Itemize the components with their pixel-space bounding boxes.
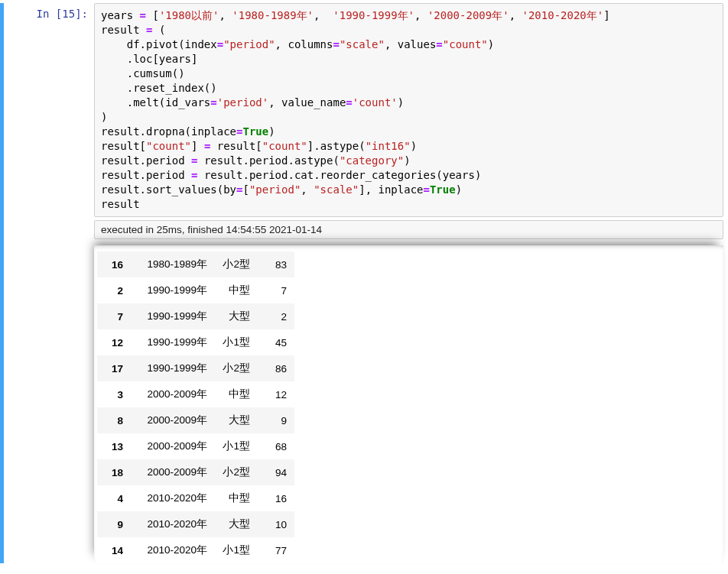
code-token: .melt(id_vars bbox=[101, 96, 210, 109]
code-token: , bbox=[509, 9, 522, 21]
code-token: result.period bbox=[101, 169, 191, 181]
code-token: , bbox=[301, 183, 314, 196]
cell-period: 1980-1989年 bbox=[131, 251, 215, 277]
code-token: df.pivot(index bbox=[101, 38, 217, 50]
cell-scale: 中型 bbox=[215, 485, 258, 511]
code-token: result[ bbox=[210, 140, 262, 152]
cell-period: 2010-2020年 bbox=[131, 511, 215, 537]
code-token: "count" bbox=[262, 140, 307, 152]
code-cell[interactable]: In [15]: years = ['1980以前', '1980-1989年'… bbox=[0, 3, 728, 563]
cell-count: 10 bbox=[258, 511, 294, 537]
cell-scale: 大型 bbox=[215, 407, 258, 433]
code-token: 'period' bbox=[217, 96, 268, 109]
row-index: 2 bbox=[97, 277, 131, 303]
output-area: 161980-1989年小2型8321990-1999年中型771990-199… bbox=[94, 245, 723, 563]
code-token: result.period.cat.reorder_categories(yea… bbox=[197, 169, 481, 181]
code-token: '2000-2009年' bbox=[427, 9, 509, 21]
cell-count: 86 bbox=[258, 355, 294, 381]
code-token: True bbox=[430, 183, 456, 196]
code-token: result.sort_values(by bbox=[101, 183, 236, 196]
row-index: 8 bbox=[97, 407, 131, 433]
cell-period: 1990-1999年 bbox=[131, 277, 215, 303]
cell-period: 2000-2009年 bbox=[131, 381, 215, 407]
cell-period: 2010-2020年 bbox=[131, 485, 215, 511]
table-row: 42010-2020年中型16 bbox=[97, 485, 294, 511]
code-token: '1980以前' bbox=[159, 9, 219, 21]
row-index: 9 bbox=[97, 511, 131, 537]
code-token: ) bbox=[398, 96, 404, 109]
row-index: 18 bbox=[97, 459, 131, 485]
table-row: 32000-2009年中型12 bbox=[97, 381, 294, 407]
input-prompt: In [15]: bbox=[4, 3, 94, 217]
cell-period: 1990-1999年 bbox=[131, 355, 215, 381]
code-token: [ bbox=[242, 183, 249, 196]
code-token: "scale" bbox=[340, 38, 385, 50]
code-token: = bbox=[424, 183, 430, 196]
dataframe-table: 161980-1989年小2型8321990-1999年中型771990-199… bbox=[97, 251, 294, 563]
row-index: 14 bbox=[97, 537, 131, 563]
table-row: 82000-2009年大型9 bbox=[97, 407, 294, 433]
code-token: = bbox=[346, 96, 352, 109]
cell-count: 9 bbox=[258, 407, 294, 433]
code-token: .cumsum() bbox=[101, 67, 185, 79]
code-token: , value_name bbox=[268, 96, 346, 109]
cell-count: 7 bbox=[258, 277, 294, 303]
output-row: 161980-1989年小2型8321990-1999年中型771990-199… bbox=[4, 245, 728, 563]
cell-count: 16 bbox=[258, 485, 294, 511]
row-index: 16 bbox=[97, 251, 131, 277]
cell-count: 77 bbox=[258, 537, 294, 563]
code-token: ] bbox=[191, 140, 204, 152]
cell-period: 2000-2009年 bbox=[131, 433, 215, 459]
table-row: 182000-2009年小2型94 bbox=[97, 459, 294, 485]
cell-period: 2000-2009年 bbox=[131, 459, 215, 485]
row-index: 12 bbox=[97, 329, 131, 355]
code-token: ].astype( bbox=[307, 140, 366, 152]
code-token: 'count' bbox=[353, 96, 398, 109]
cell-scale: 小1型 bbox=[215, 537, 258, 563]
code-token: , bbox=[314, 9, 333, 21]
code-token: "category" bbox=[340, 154, 404, 167]
cell-period: 2010-2020年 bbox=[131, 537, 215, 563]
notebook: In [15]: years = ['1980以前', '1980-1989年'… bbox=[0, 0, 728, 574]
cell-period: 2000-2009年 bbox=[131, 407, 215, 433]
code-token: result bbox=[101, 198, 140, 210]
cell-scale: 小2型 bbox=[215, 355, 258, 381]
output-prompt-spacer bbox=[4, 245, 94, 563]
row-index: 17 bbox=[97, 355, 131, 381]
cell-count: 94 bbox=[258, 459, 294, 485]
table-row: 142010-2020年小1型77 bbox=[97, 537, 294, 563]
row-index: 4 bbox=[97, 485, 131, 511]
code-token: , columns bbox=[275, 38, 333, 50]
table-row: 92010-2020年大型10 bbox=[97, 511, 294, 537]
cell-count: 12 bbox=[258, 381, 294, 407]
code-token: result.dropna(inplace bbox=[101, 125, 236, 138]
code-token: '2010-2020年' bbox=[522, 9, 603, 21]
code-token: result.period bbox=[101, 154, 191, 167]
table-row: 171990-1999年小2型86 bbox=[97, 355, 294, 381]
table-row: 71990-1999年大型2 bbox=[97, 303, 294, 329]
code-token: ) bbox=[101, 111, 107, 123]
cell-scale: 中型 bbox=[215, 381, 258, 407]
row-index: 7 bbox=[97, 303, 131, 329]
code-token: "count" bbox=[146, 140, 191, 152]
table-row: 121990-1999年小1型45 bbox=[97, 329, 294, 355]
cell-scale: 小1型 bbox=[215, 329, 258, 355]
input-prompt-label: In [15]: bbox=[37, 8, 88, 20]
code-token: ( bbox=[152, 24, 165, 36]
code-token: = bbox=[333, 38, 339, 50]
cell-count: 83 bbox=[258, 251, 294, 277]
code-token: ) bbox=[268, 125, 275, 138]
code-token: ) bbox=[456, 183, 462, 196]
cell-period: 1990-1999年 bbox=[131, 329, 215, 355]
code-token: True bbox=[242, 125, 268, 138]
code-editor[interactable]: years = ['1980以前', '1980-1989年', '1990-1… bbox=[94, 3, 723, 217]
exec-prompt-spacer bbox=[4, 220, 94, 239]
code-token: , bbox=[219, 9, 232, 21]
code-token: '1980-1989年' bbox=[232, 9, 314, 21]
code-token: .reset_index() bbox=[101, 82, 217, 94]
code-token: , values bbox=[385, 38, 436, 50]
execution-info: executed in 25ms, finished 14:54:55 2021… bbox=[94, 220, 723, 239]
code-token: "period" bbox=[223, 38, 275, 50]
code-token: result bbox=[101, 24, 146, 36]
cell-scale: 小1型 bbox=[215, 433, 258, 459]
